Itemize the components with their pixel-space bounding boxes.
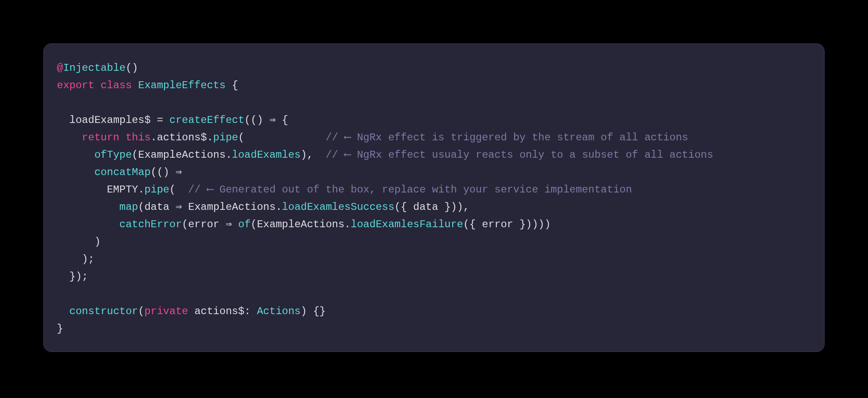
space (119, 132, 125, 143)
fn-createEffect: createEffect (169, 114, 244, 126)
fn-pipe: pipe (145, 184, 170, 196)
fn-loadExamlesSuccess: loadExamlesSuccess (282, 201, 395, 213)
indent (57, 253, 82, 265)
indent (57, 219, 119, 230)
gap (244, 132, 326, 143)
kw-return: return (82, 132, 119, 143)
fn-loadExamlesFailure: loadExamlesFailure (351, 219, 463, 230)
code-block: @Injectable() export class ExampleEffect… (57, 60, 811, 338)
fn-catchError: catchError (119, 219, 182, 230)
indent (57, 271, 69, 282)
indent (57, 166, 94, 178)
paren-open: ( (238, 132, 244, 143)
arrow: ⇒ (219, 219, 238, 230)
gap (176, 184, 188, 196)
arrow: ⇒ (169, 201, 188, 213)
class-close-brace: } (57, 323, 63, 335)
block-close: }); (69, 271, 88, 282)
args-open: ({ (463, 219, 482, 230)
kw-this: this (125, 132, 151, 143)
kw-private: private (145, 305, 188, 317)
indent (57, 114, 69, 126)
prop-data: data (413, 201, 438, 213)
prop-error: error (482, 219, 513, 230)
decorator-paren: () (125, 62, 138, 74)
dot: . (138, 184, 144, 196)
code-panel: @Injectable() export class ExampleEffect… (43, 43, 825, 352)
class-name: ExampleEffects (138, 80, 226, 91)
indent (57, 184, 107, 196)
paren-close: ), (301, 149, 313, 161)
comment-line5: // ⟵ NgRx effect is triggered by the str… (326, 132, 688, 143)
dot: . (345, 219, 351, 230)
paren-open: ( (182, 219, 188, 230)
dot: . (207, 132, 213, 143)
args-open: ({ (395, 201, 413, 213)
lambda: (() ⇒ (151, 166, 182, 178)
param-error: error (188, 219, 219, 230)
kw-class: class (101, 80, 132, 91)
paren-open: ( (132, 149, 138, 161)
type-Actions: Actions (257, 305, 301, 317)
fn-concatMap: concatMap (94, 166, 151, 178)
property-loadExamples: loadExamples$ (69, 114, 151, 126)
paren-open: ( (138, 201, 144, 213)
dot: . (151, 132, 157, 143)
ctor-close: ) {} (301, 305, 326, 317)
args-close: })))) (513, 219, 557, 230)
fn-pipe: pipe (213, 132, 238, 143)
ns-ExampleActions: ExampleActions (138, 149, 226, 161)
indent (57, 236, 94, 248)
paren-close: ) (94, 236, 100, 248)
fn-ofType: ofType (94, 149, 132, 161)
indent (57, 201, 119, 213)
const-EMPTY: EMPTY (107, 184, 138, 196)
paren-open: ( (169, 184, 175, 196)
args-close: })), (438, 201, 470, 213)
indent (57, 132, 82, 143)
kw-export: export (57, 80, 94, 91)
ns-ExampleActions: ExampleActions (257, 219, 345, 230)
kw-constructor: constructor (69, 305, 138, 317)
dot: . (226, 149, 232, 161)
dot: . (276, 201, 282, 213)
space (188, 305, 194, 317)
indent (57, 149, 94, 161)
lambda-open: (() ⇒ { (244, 114, 288, 126)
param-actions: actions$ (194, 305, 244, 317)
eq: = (151, 114, 169, 126)
comment-line8: // ⟵ Generated out of the box, replace w… (188, 184, 632, 196)
fn-loadExamles: loadExamles (232, 149, 300, 161)
paren-open: ( (138, 305, 144, 317)
indent (57, 305, 69, 317)
comment-line6: // ⟵ NgRx effect usualy reacts only to a… (326, 149, 713, 161)
var-actions: actions$ (157, 132, 207, 143)
paren-open: ( (251, 219, 257, 230)
decorator-name: Injectable (63, 62, 125, 74)
param-data: data (145, 201, 170, 213)
brace-open: { (226, 80, 238, 91)
fn-map: map (119, 201, 138, 213)
stmt-close: ); (82, 253, 95, 265)
fn-of: of (238, 219, 251, 230)
colon: : (244, 305, 257, 317)
gap (313, 149, 326, 161)
decorator-at: @ (57, 62, 63, 74)
ns-ExampleActions: ExampleActions (188, 201, 276, 213)
